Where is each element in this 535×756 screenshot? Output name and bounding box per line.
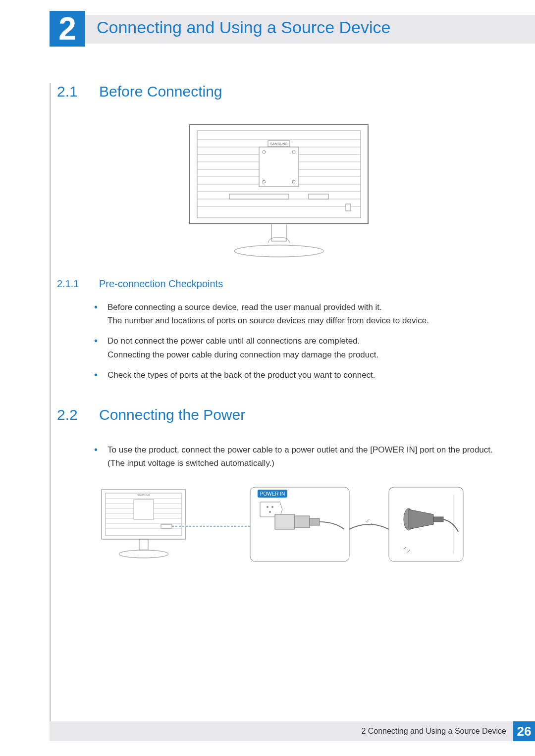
footer-chapter-text: 2 Connecting and Using a Source Device (361, 727, 506, 736)
page-footer-bar: 2 Connecting and Using a Source Device 2… (50, 721, 535, 741)
bullet-icon: • (94, 443, 98, 470)
list-item: • Check the types of ports at the back o… (94, 368, 500, 382)
page-number: 26 (517, 724, 532, 739)
svg-point-41 (271, 506, 273, 508)
page-content: 2.1 Before Connecting SAMSUNG 2.1.1 Pre-… (57, 83, 500, 579)
bullets-2-2: • To use the product, connect the power … (94, 443, 500, 470)
list-item: • Do not connect the power cable until a… (94, 334, 500, 361)
svg-rect-21 (271, 224, 286, 241)
bullet-text: Do not connect the power cable until all… (107, 334, 500, 361)
list-item: • Before connecting a source device, rea… (94, 301, 500, 327)
page-number-badge: 26 (513, 721, 535, 741)
bullet-icon: • (94, 301, 98, 327)
bullet-icon: • (94, 334, 98, 361)
svg-rect-44 (295, 516, 310, 528)
subsection-title: Pre-connection Checkpoints (99, 278, 223, 290)
bullet-icon: • (94, 368, 98, 382)
chapter-number-badge: 2 (50, 11, 85, 47)
svg-rect-19 (309, 194, 328, 199)
svg-rect-20 (346, 204, 351, 211)
svg-point-35 (119, 550, 168, 558)
power-connection-illustration: SAMSUNG POWER IN (92, 480, 473, 579)
left-margin-rule (50, 83, 51, 726)
svg-point-40 (267, 506, 268, 508)
svg-point-42 (269, 511, 271, 513)
bullet-text: Check the types of ports at the back of … (107, 368, 500, 382)
svg-rect-36 (161, 524, 172, 528)
svg-rect-32 (134, 500, 154, 519)
chapter-number: 2 (58, 13, 76, 45)
svg-rect-43 (275, 514, 295, 529)
section-2-2-heading: 2.2 Connecting the Power (57, 406, 500, 423)
brand-label: SAMSUNG (270, 142, 287, 146)
section-2-1-heading: 2.1 Before Connecting (57, 83, 500, 100)
section-number: 2.1 (57, 83, 99, 100)
monitor-rear-illustration: SAMSUNG (185, 120, 373, 258)
bullets-2-1-1: • Before connecting a source device, rea… (94, 301, 500, 382)
section-number: 2.2 (57, 406, 99, 423)
section-title: Before Connecting (99, 83, 222, 100)
svg-rect-34 (139, 539, 148, 550)
bullet-text: To use the product, connect the power ca… (107, 443, 500, 470)
svg-text:SAMSUNG: SAMSUNG (137, 494, 150, 497)
subsection-number: 2.1.1 (57, 278, 99, 290)
subsection-2-1-1-heading: 2.1.1 Pre-connection Checkpoints (57, 278, 500, 290)
svg-rect-18 (229, 194, 289, 199)
svg-rect-45 (310, 518, 320, 525)
list-item: • To use the product, connect the power … (94, 443, 500, 470)
svg-rect-49 (433, 517, 443, 522)
chapter-title: Connecting and Using a Source Device (97, 18, 390, 37)
svg-point-22 (234, 245, 323, 257)
power-in-label: POWER IN (260, 491, 285, 497)
bullet-text: Before connecting a source device, read … (107, 301, 500, 327)
section-title: Connecting the Power (99, 406, 245, 423)
